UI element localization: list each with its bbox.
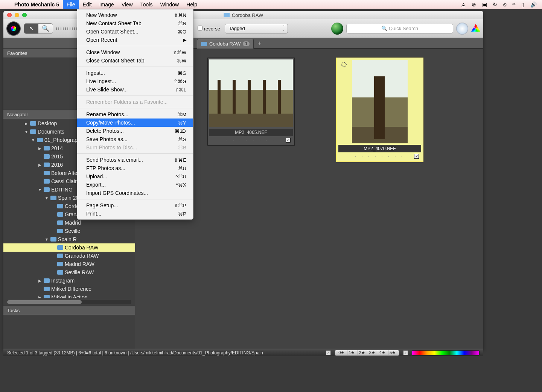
tree-node[interactable]: ▼Spain R: [3, 235, 135, 243]
menu-window[interactable]: Window: [156, 0, 183, 9]
menu-item[interactable]: Close Contact Sheet Tab⌘W: [77, 56, 193, 65]
tasks-header[interactable]: Tasks: [3, 306, 135, 315]
menu-item[interactable]: Open Contact Sheet...⌘O: [77, 27, 193, 36]
disclosure-triangle-icon[interactable]: ▶: [38, 279, 42, 283]
menu-help[interactable]: Help: [183, 0, 201, 9]
wifi-icon[interactable]: ⌔: [510, 2, 518, 8]
quick-search-input[interactable]: 🔍 Quick Search: [346, 24, 453, 33]
disclosure-triangle-icon[interactable]: ▶: [38, 146, 42, 150]
tree-node[interactable]: ▶Instagram: [3, 277, 135, 285]
tree-node[interactable]: Cordoba RAW: [3, 243, 135, 252]
menu-item[interactable]: Send Photos via email...⇧⌘E: [77, 156, 193, 164]
folder-icon: [57, 204, 63, 208]
app-name[interactable]: Photo Mechanic 5: [11, 2, 63, 8]
menu-item[interactable]: Page Setup...⇧⌘P: [77, 201, 193, 210]
menu-item[interactable]: Live Ingest...⇧⌘G: [77, 77, 193, 85]
tree-node[interactable]: ▶Mikkel in Action: [3, 293, 135, 298]
menu-item[interactable]: Delete Photos...⌘⌦: [77, 127, 193, 135]
sort-select[interactable]: Tagged: [225, 24, 288, 33]
status-checkbox-left[interactable]: ✓: [326, 350, 331, 355]
tab-bar: Cordoba RAW 1 +: [3, 38, 483, 49]
menu-item[interactable]: Rename Photos...⌘M: [77, 110, 193, 119]
menu-item[interactable]: Ingest...⌘G: [77, 69, 193, 77]
tree-node[interactable]: Granada RAW: [3, 252, 135, 260]
tree-node[interactable]: Madrid: [3, 219, 135, 227]
tree-node[interactable]: Seville RAW: [3, 268, 135, 277]
disclosure-triangle-icon[interactable]: ▼: [44, 196, 49, 200]
menu-item[interactable]: Copy/Move Photos...⌘Y: [77, 119, 193, 127]
pointer-tool-icon[interactable]: ↖: [24, 24, 38, 33]
close-window-button[interactable]: [7, 13, 12, 17]
rating-dots[interactable]: · · · · · · · ·: [226, 138, 276, 142]
new-tab-button[interactable]: +: [255, 38, 263, 48]
tree-node[interactable]: Madrid RAW: [3, 260, 135, 268]
star-filter-option[interactable]: 1★: [347, 350, 356, 355]
rating-dots[interactable]: · · · · · · · ·: [355, 154, 405, 158]
disclosure-triangle-icon[interactable]: ▼: [24, 130, 29, 134]
menu-item[interactable]: Upload...^⌘U: [77, 172, 193, 181]
tag-checkbox[interactable]: ✓: [414, 154, 419, 159]
tag-checkbox[interactable]: ✓: [286, 138, 291, 143]
zoom-tool-icon[interactable]: 🔍: [38, 24, 53, 33]
disclosure-triangle-icon[interactable]: ▼: [38, 188, 42, 192]
menu-item[interactable]: New Window⇧⌘N: [77, 11, 193, 19]
star-filter-option[interactable]: 2★: [358, 350, 366, 355]
disclosure-triangle-icon[interactable]: ▼: [31, 138, 35, 142]
display-icon[interactable]: ▣: [480, 2, 489, 8]
zoom-window-button[interactable]: [22, 13, 27, 17]
app-logo-icon[interactable]: [6, 21, 21, 36]
menu-file[interactable]: File: [63, 0, 79, 9]
minimize-window-button[interactable]: [15, 13, 19, 17]
menu-item[interactable]: Print...⌘P: [77, 210, 193, 218]
horizontal-scrollbar[interactable]: [7, 300, 131, 304]
status-checkbox-right[interactable]: ✓: [403, 350, 408, 355]
menu-tools[interactable]: Tools: [137, 0, 157, 9]
menu-item[interactable]: Live Slide Show...⇧⌘L: [77, 85, 193, 94]
disclosure-triangle-icon[interactable]: ▶: [38, 163, 42, 167]
loading-spinner-icon: [341, 62, 347, 67]
menu-item[interactable]: Export...^⌘X: [77, 181, 193, 189]
menu-image[interactable]: Image: [96, 0, 118, 9]
color-class-filter[interactable]: [412, 350, 480, 356]
tree-label: 01_Photograph: [44, 137, 81, 143]
star-filter-option[interactable]: 0★: [337, 350, 346, 355]
menu-item[interactable]: New Contact Sheet Tab⌘N: [77, 19, 193, 27]
menu-item[interactable]: FTP Photos as...⌘U: [77, 164, 193, 172]
globe-icon[interactable]: [331, 23, 343, 35]
thumbnail[interactable]: MP2_4065.NEF· · · · · · · ·✓: [207, 58, 295, 146]
menu-item[interactable]: Save Photos as...⌘S: [77, 135, 193, 143]
disc-burn-icon[interactable]: [456, 23, 468, 35]
thumbnail[interactable]: MP2_4070.NEF· · · · · · · ·✓: [336, 58, 423, 162]
star-rating-filter[interactable]: 0★1★2★3★4★5★: [335, 350, 399, 356]
creative-cloud-icon[interactable]: ⊚: [469, 2, 478, 8]
tab-label: Cordoba RAW: [209, 41, 241, 47]
thumbnail-size-slider[interactable]: [56, 27, 79, 30]
time-machine-icon[interactable]: ↻: [490, 2, 499, 8]
disclosure-triangle-icon[interactable]: ▶: [24, 122, 29, 126]
thumbnail-filename: MP2_4065.NEF: [209, 129, 293, 136]
google-drive-icon[interactable]: ◬: [459, 2, 468, 8]
star-filter-option[interactable]: 5★: [388, 350, 397, 355]
status-bar: Selected 1 of 3 tagged (33.12MB) | 6+0=6…: [3, 349, 483, 356]
menu-item[interactable]: Close Window⇧⌘W: [77, 48, 193, 56]
tree-label: Mikkel in Action: [51, 294, 87, 298]
volume-icon[interactable]: 🔊: [528, 2, 539, 8]
star-filter-option[interactable]: 3★: [368, 350, 376, 355]
menu-view[interactable]: View: [118, 0, 137, 9]
tool-mode-segment[interactable]: ↖ 🔍: [24, 23, 53, 34]
menu-item[interactable]: Open Recent▶: [77, 36, 193, 44]
menu-item[interactable]: Import GPS Coordinates...: [77, 189, 193, 197]
folder-icon: [37, 138, 43, 142]
disclosure-triangle-icon[interactable]: ▶: [38, 295, 42, 299]
tree-label: Spain R: [58, 236, 77, 242]
battery-icon[interactable]: ▯: [519, 2, 527, 8]
contact-sheet-tab[interactable]: Cordoba RAW 1: [197, 39, 254, 49]
tree-node[interactable]: Mikkel Difference: [3, 285, 135, 293]
tree-node[interactable]: Seville: [3, 227, 135, 235]
reverse-checkbox[interactable]: reverse: [198, 26, 220, 32]
star-filter-option[interactable]: 4★: [378, 350, 387, 355]
bluetooth-icon[interactable]: ⎋: [501, 2, 509, 8]
disclosure-triangle-icon[interactable]: ▼: [44, 237, 49, 242]
color-profile-icon[interactable]: [471, 24, 480, 33]
menu-edit[interactable]: Edit: [79, 0, 96, 9]
